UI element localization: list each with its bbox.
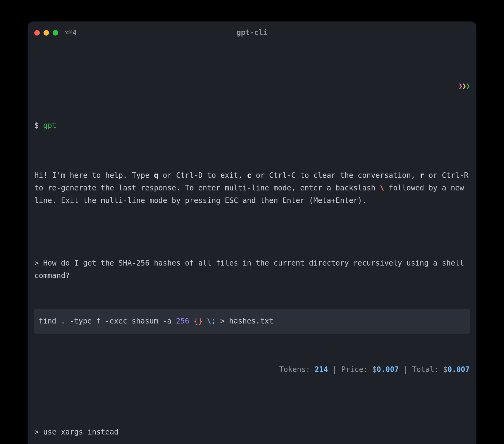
shell-prompt: $ bbox=[34, 121, 39, 130]
chevron-indicator: ❯❯❯ bbox=[34, 80, 470, 92]
user-message: > use xargs instead bbox=[34, 426, 470, 438]
shell-command-line: $ gpt bbox=[34, 119, 470, 132]
key-q: q bbox=[154, 171, 158, 180]
user-message: > How do I get the SHA-256 hashes of all… bbox=[34, 257, 470, 282]
key-r: r bbox=[420, 171, 424, 180]
minimize-icon[interactable] bbox=[44, 30, 49, 36]
traffic-lights bbox=[34, 30, 58, 36]
terminal-window: ⌥⌘4 gpt-cli ❯❯❯ $ gpt Hi! I'm here to he… bbox=[28, 21, 476, 444]
shell-command: gpt bbox=[43, 121, 56, 130]
backslash-key: \ bbox=[380, 184, 384, 192]
terminal-content[interactable]: ❯❯❯ $ gpt Hi! I'm here to help. Type q o… bbox=[28, 41, 476, 444]
close-icon[interactable] bbox=[34, 30, 40, 36]
code-block: find . -type f -exec shasum -a 256 {} \;… bbox=[34, 309, 470, 334]
tab-label: ⌥⌘4 bbox=[64, 27, 77, 38]
zoom-icon[interactable] bbox=[53, 30, 58, 36]
window-title: gpt-cli bbox=[28, 26, 476, 39]
intro-text: Hi! I'm here to help. Type q or Ctrl-D t… bbox=[34, 169, 470, 207]
titlebar: ⌥⌘4 gpt-cli bbox=[28, 21, 476, 41]
usage-stats: Tokens: 214 | Price: $0.007 | Total: $0.… bbox=[34, 360, 470, 376]
key-c: c bbox=[247, 171, 251, 180]
